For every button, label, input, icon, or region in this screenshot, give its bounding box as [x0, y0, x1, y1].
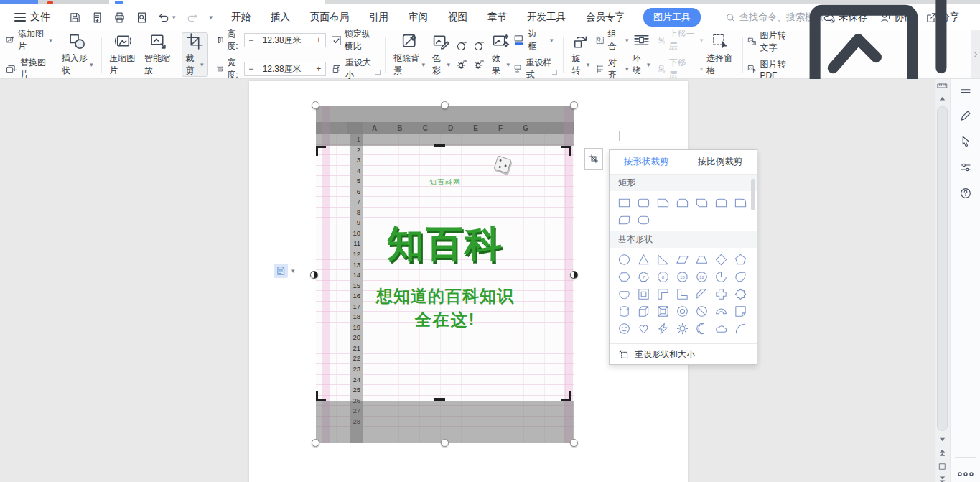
remove-background-button[interactable]: 抠除背景▾	[390, 32, 429, 77]
cloud-shape[interactable]	[712, 320, 730, 337]
dialog-launcher-icon[interactable]	[375, 70, 381, 75]
no-symbol-shape[interactable]	[693, 302, 711, 320]
crop-handle-top[interactable]	[434, 144, 445, 147]
cross-shape[interactable]	[712, 285, 730, 302]
bevel-shape[interactable]	[654, 302, 672, 320]
redo-icon[interactable]	[186, 11, 198, 24]
settings-sliders-icon[interactable]	[959, 161, 972, 174]
picture-to-pdf-button[interactable]: 图片转PDF	[747, 58, 794, 80]
select-cursor-icon[interactable]	[959, 135, 972, 148]
document-tab[interactable]	[109, 0, 325, 4]
decagon-shape[interactable]: 10	[673, 268, 691, 285]
crop-handle-bottom[interactable]	[434, 398, 445, 401]
dodecagon-shape[interactable]: 12	[693, 268, 711, 285]
more-tools-icon[interactable]	[957, 470, 974, 477]
snip-single-corner-shape[interactable]	[654, 194, 672, 211]
snip-diagonal-corners-shape[interactable]	[693, 194, 711, 211]
chord-shape[interactable]	[615, 285, 633, 302]
oval-shape[interactable]	[615, 251, 633, 268]
menu-tab-插入[interactable]: 插入	[271, 11, 290, 24]
crop-handle-bottom-left[interactable]	[316, 391, 326, 401]
resize-handle-top[interactable]	[441, 101, 449, 109]
donut-shape[interactable]	[673, 302, 691, 320]
crop-handle-top-right[interactable]	[561, 146, 571, 156]
pentagon-shape[interactable]	[732, 251, 750, 268]
rounded-rectangle-shape[interactable]	[635, 194, 653, 211]
reset-style-button[interactable]: 重设样式	[513, 57, 553, 81]
decrease-contrast-icon[interactable]	[473, 40, 485, 52]
crop-button[interactable]: 裁剪▾	[182, 32, 208, 77]
scroll-down-icon[interactable]	[937, 434, 948, 445]
save-icon[interactable]	[69, 11, 81, 24]
height-increase-button[interactable]: +	[312, 33, 326, 47]
crop-handle-bottom-right[interactable]	[561, 391, 571, 401]
rotate-button[interactable]: 旋转▾	[568, 32, 593, 77]
seal-shape[interactable]	[732, 285, 750, 302]
resize-handle-top-right[interactable]	[570, 101, 578, 109]
reset-shape-size-button[interactable]: 重设形状和大小	[610, 343, 757, 364]
scrollbar-thumb[interactable]	[937, 106, 948, 431]
reset-size-button[interactable]: 重设大小	[332, 57, 377, 81]
parallelogram-shape[interactable]	[673, 251, 691, 268]
ink-pen-icon[interactable]	[959, 109, 972, 122]
effects-button[interactable]: 效果▾	[488, 32, 513, 77]
bring-forward-button[interactable]: 上移一层▾	[657, 28, 704, 52]
undo-button[interactable]: ▾	[158, 11, 176, 24]
panel-scrollbar-thumb[interactable]	[751, 179, 755, 210]
menu-tab-开始[interactable]: 开始	[231, 11, 251, 24]
crop-tool-button[interactable]	[584, 148, 603, 170]
menu-tab-页面布局[interactable]: 页面布局	[310, 11, 349, 24]
sun-shape[interactable]	[673, 320, 691, 337]
tab-crop-by-ratio[interactable]: 按比例裁剪	[683, 156, 757, 168]
export-icon[interactable]	[91, 11, 103, 24]
crop-handle-left[interactable]	[310, 271, 318, 279]
ruler-toggle-icon[interactable]	[937, 80, 948, 91]
insert-shape-button[interactable]: 插入形状▾	[58, 32, 97, 77]
file-menu-button[interactable]: 文件	[10, 8, 55, 27]
width-decrease-button[interactable]: −	[244, 62, 258, 76]
selected-picture[interactable]: ABCDEFG 12345678910111213141516171819202…	[316, 106, 574, 443]
folded-corner-shape[interactable]	[732, 302, 750, 320]
round-single-corner-shape[interactable]	[732, 194, 750, 211]
arc-shape[interactable]	[732, 320, 750, 337]
teardrop-shape[interactable]	[732, 268, 750, 285]
corner-shape[interactable]	[654, 285, 672, 302]
block-arc-shape[interactable]	[712, 302, 730, 320]
resize-handle-bottom-left[interactable]	[312, 439, 319, 447]
print-preview-icon[interactable]	[136, 11, 148, 24]
print-icon[interactable]	[113, 11, 126, 24]
page-select-icon[interactable]	[937, 461, 948, 472]
ribbon-expand-button[interactable]	[971, 30, 980, 78]
round-diagonal-corners-shape[interactable]	[615, 211, 633, 228]
tab-crop-by-shape[interactable]: 按形状裁剪	[610, 156, 683, 168]
trapezoid-shape[interactable]	[693, 251, 711, 268]
menu-tab-会员专享[interactable]: 会员专享	[586, 11, 625, 24]
cylinder-shape[interactable]	[615, 302, 633, 320]
width-value[interactable]: 12.38厘米	[258, 62, 312, 76]
crop-handle-right[interactable]	[570, 271, 578, 279]
triangle-shape[interactable]	[635, 251, 653, 268]
wrap-button[interactable]: 环绕▾	[629, 32, 654, 77]
selection-pane-button[interactable]: 选择窗格	[703, 32, 738, 77]
previous-page-icon[interactable]	[937, 448, 948, 459]
diagonal-stripe-shape[interactable]	[693, 285, 711, 302]
lightning-bolt-shape[interactable]	[654, 320, 672, 337]
align-button[interactable]: 对齐▾	[596, 57, 628, 81]
menu-tab-开发工具[interactable]: 开发工具	[527, 11, 566, 24]
customize-toolbar-icon[interactable]: ▾	[210, 14, 213, 21]
dialog-launcher-icon[interactable]	[552, 70, 557, 75]
height-value[interactable]: 12.38厘米	[258, 33, 312, 47]
group-button[interactable]: 组合▾	[596, 28, 628, 52]
compress-picture-button[interactable]: 压缩图片	[106, 32, 141, 77]
picture-to-text-button[interactable]: 图片转文字	[747, 29, 794, 54]
replace-picture-button[interactable]: 替换图片	[6, 57, 52, 81]
smiley-face-shape[interactable]	[615, 320, 633, 337]
add-picture-button[interactable]: 添加图片▾	[6, 28, 52, 52]
heptagon-shape[interactable]: 7	[635, 268, 653, 285]
heart-shape[interactable]	[635, 320, 653, 337]
resize-handle-bottom[interactable]	[441, 439, 449, 447]
resize-handle-top-left[interactable]	[312, 101, 319, 109]
tab-picture-tools[interactable]: 图片工具	[643, 8, 701, 27]
menu-tab-视图[interactable]: 视图	[448, 11, 467, 24]
increase-contrast-icon[interactable]	[456, 40, 468, 52]
